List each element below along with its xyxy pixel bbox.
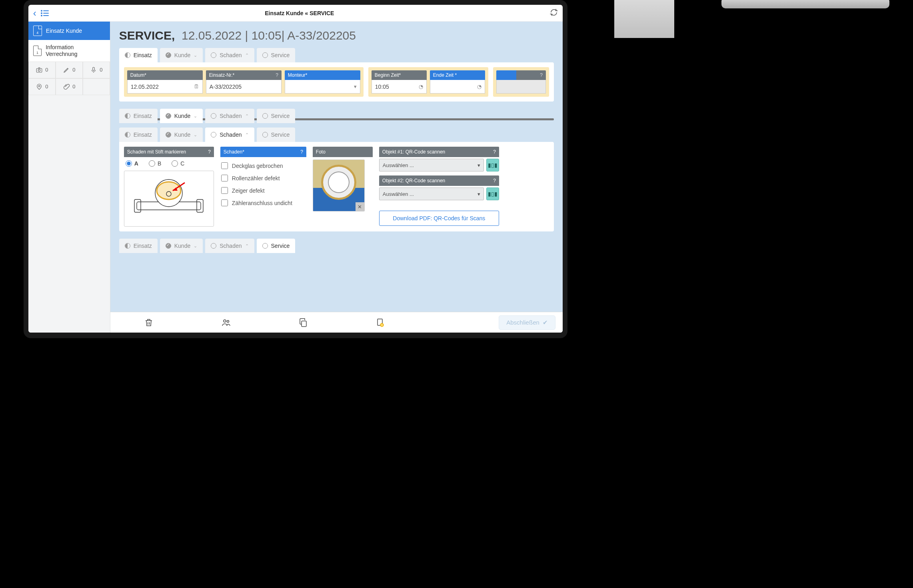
help-icon[interactable]: ? [493, 149, 496, 155]
label-qr1: Objekt #1: QR-Code scannen? [379, 147, 499, 157]
stamp-button[interactable] [342, 318, 419, 327]
label-einsatz-nr: Einsatz-Nr.*? [206, 70, 282, 80]
pin-count[interactable]: 0 [28, 78, 56, 95]
label-ende: Ende Zeit * [430, 70, 485, 80]
svg-rect-11 [134, 199, 141, 212]
help-icon[interactable]: ? [540, 72, 543, 78]
svg-point-4 [41, 15, 42, 16]
barcode-icon: ▮▯▮ [488, 191, 497, 197]
input-ende[interactable]: ◔ [430, 80, 485, 94]
clip-count[interactable]: 0 [56, 78, 83, 95]
mic-count[interactable]: 0 [83, 62, 110, 78]
label-schaden-list: Schaden*? [220, 147, 306, 157]
select-qr2[interactable]: Auswählen ...▾ [379, 187, 484, 200]
check-rollenzaehler[interactable]: Rollenzähler defekt [221, 172, 306, 184]
finish-button[interactable]: Abschließen ✔ [499, 315, 555, 330]
label-monteur: Monteur* [285, 70, 360, 80]
radio-b[interactable]: B [149, 160, 161, 167]
tab-service[interactable]: Service [257, 128, 296, 142]
pencil-count[interactable]: 0 [56, 62, 83, 78]
tab-einsatz[interactable]: Einsatz [119, 48, 158, 62]
chevron-down-icon: ⌄ [194, 114, 197, 119]
breadcrumb-title: Einsatz Kunde « SERVICE [53, 10, 546, 16]
tab-einsatz[interactable]: Einsatz [119, 109, 158, 123]
label-mark: Schaden mit Stift markieren? [124, 147, 214, 157]
svg-point-9 [38, 85, 40, 87]
camera-count[interactable]: 0 [28, 62, 56, 78]
tab-einsatz[interactable]: Einsatz [119, 128, 158, 142]
trash-button[interactable] [110, 318, 188, 327]
svg-rect-12 [197, 199, 203, 212]
input-einsatz-nr[interactable]: A-33/202205 [206, 80, 282, 94]
chevron-up-icon: ⌃ [245, 243, 249, 249]
download-pdf-button[interactable]: Download PDF: QR-Codes für Scans [379, 211, 499, 226]
document-icon: 1 [33, 46, 42, 56]
svg-point-19 [227, 320, 229, 322]
tab-kunde[interactable]: Kunde⌄ [160, 109, 203, 123]
check-anschluss[interactable]: Zähleranschluss undicht [221, 197, 306, 209]
remove-photo-icon[interactable]: ✕ [356, 202, 364, 211]
empty-cell [83, 78, 110, 95]
input-beginn[interactable]: 10:05◔ [372, 80, 427, 94]
svg-point-18 [224, 320, 226, 322]
check-zeiger[interactable]: Zeiger defekt [221, 184, 306, 197]
meter-drawing[interactable] [124, 171, 214, 227]
calendar-icon: 🗓 [194, 84, 199, 90]
help-icon[interactable]: ? [300, 149, 303, 155]
foto-thumbnail[interactable]: ✕ [313, 159, 365, 211]
help-icon[interactable]: ? [276, 72, 278, 78]
chevron-up-icon: ⌃ [245, 132, 249, 138]
chevron-up-icon: ⌃ [245, 53, 249, 58]
help-icon[interactable]: ? [208, 149, 211, 155]
label-foto: Foto [313, 147, 373, 157]
tab-service[interactable]: Service [257, 109, 296, 123]
svg-point-2 [41, 13, 42, 14]
chevron-down-icon: ⌄ [194, 132, 197, 138]
refresh-icon[interactable] [550, 8, 558, 18]
radio-a[interactable]: A [126, 160, 138, 167]
tab-schaden[interactable]: Schaden⌃ [205, 128, 254, 142]
sidebar-item-verrechnung[interactable]: 1 Information Verrechnung [28, 40, 110, 62]
sidebar-item-label: Einsatz Kunde [46, 28, 82, 34]
label-datum: Datum* [127, 70, 203, 80]
input-datum[interactable]: 12.05.2022🗓 [127, 80, 203, 94]
help-icon[interactable]: ? [493, 178, 496, 183]
sidebar-item-label: Information Verrechnung [46, 44, 105, 58]
clock-icon: ◔ [477, 84, 481, 90]
scan-qr2-button[interactable]: ▮▯▮ [486, 187, 499, 200]
back-icon[interactable]: ‹ [33, 8, 36, 19]
select-monteur[interactable]: ▾ [285, 80, 360, 94]
svg-point-7 [38, 69, 40, 71]
page-title: SERVICE, 12.05.2022 | 10:05| A-33/202205 [119, 29, 554, 42]
select-qr1[interactable]: Auswählen ...▾ [379, 159, 484, 171]
tab-schaden[interactable]: Schaden⌃ [205, 109, 254, 123]
svg-rect-20 [302, 321, 306, 327]
tab-schaden[interactable]: Schaden⌃ [205, 239, 254, 253]
tab-einsatz[interactable]: Einsatz [119, 239, 158, 253]
svg-point-22 [380, 323, 384, 327]
label-beginn: Beginn Zeit* [372, 70, 427, 80]
chevron-down-icon: ⌄ [194, 53, 197, 58]
clock-icon: ◔ [419, 84, 423, 90]
input-blank [496, 80, 546, 94]
chevron-up-icon: ⌃ [245, 114, 249, 119]
team-button[interactable] [188, 318, 265, 327]
svg-point-0 [41, 10, 42, 11]
chevron-down-icon: ▾ [477, 162, 480, 168]
list-icon[interactable] [40, 10, 49, 17]
tab-kunde[interactable]: Kunde⌄ [160, 128, 203, 142]
document-icon: 4 [33, 26, 42, 36]
tab-service[interactable]: Service [257, 48, 296, 62]
check-circle-icon: ✔ [543, 319, 548, 326]
tab-kunde[interactable]: Kunde⌄ [160, 239, 203, 253]
sidebar-item-einsatz-kunde[interactable]: 4 Einsatz Kunde [28, 22, 110, 40]
chevron-down-icon: ⌄ [194, 243, 197, 249]
chevron-down-icon: ▾ [477, 191, 480, 197]
copy-button[interactable] [264, 318, 342, 327]
tab-schaden[interactable]: Schaden⌃ [205, 48, 254, 62]
tab-service[interactable]: Service [257, 239, 296, 253]
radio-c[interactable]: C [172, 160, 184, 167]
scan-qr1-button[interactable]: ▮▯▮ [486, 159, 499, 171]
check-deckglas[interactable]: Deckglas gebrochen [221, 159, 306, 172]
tab-kunde[interactable]: Kunde⌄ [160, 48, 203, 62]
